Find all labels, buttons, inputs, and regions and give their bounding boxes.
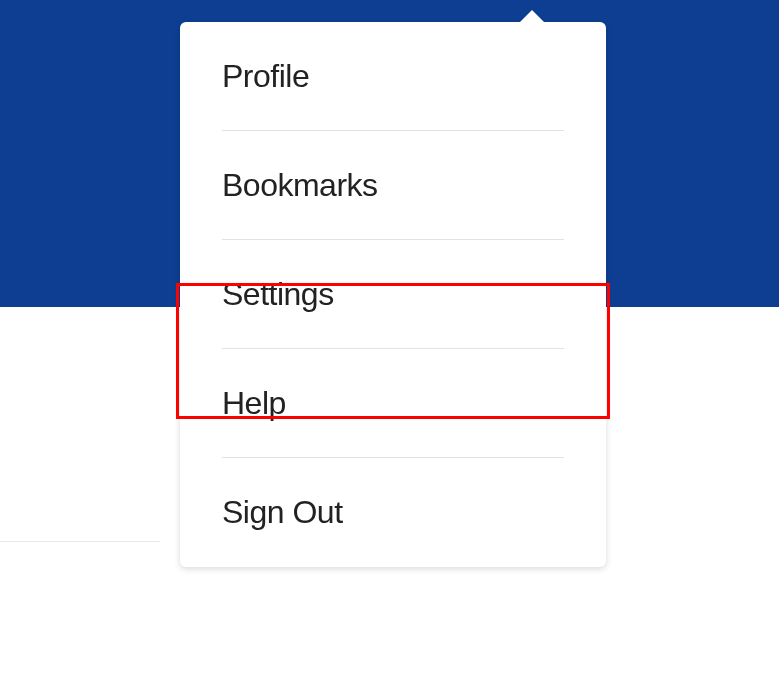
menu-item-label: Sign Out — [222, 494, 343, 530]
menu-item-profile[interactable]: Profile — [180, 22, 606, 131]
menu-item-label: Bookmarks — [222, 167, 378, 203]
menu-item-label: Help — [222, 385, 286, 421]
menu-item-sign-out[interactable]: Sign Out — [180, 458, 606, 567]
user-dropdown-menu: Profile Bookmarks Settings Help Sign Out — [180, 22, 606, 567]
menu-item-help[interactable]: Help — [180, 349, 606, 458]
menu-item-label: Settings — [222, 276, 334, 312]
menu-item-bookmarks[interactable]: Bookmarks — [180, 131, 606, 240]
menu-item-label: Profile — [222, 58, 309, 94]
menu-item-settings[interactable]: Settings — [180, 240, 606, 349]
side-panel-divider — [0, 307, 160, 542]
